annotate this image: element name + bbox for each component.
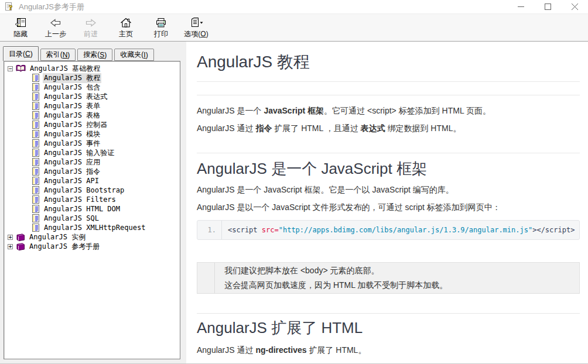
page-icon [32,195,40,204]
back-button-label: 上一步 [45,29,66,39]
tree-item-label[interactable]: AngularJS 表达式 [43,92,108,102]
svg-text:?: ? [9,3,13,12]
page-icon [32,121,40,129]
forward-icon [84,16,97,29]
tree-item[interactable]: AngularJS XMLHttpRequest [5,223,179,232]
tab-search[interactable]: 搜索(S) [77,49,112,61]
tree-item[interactable]: AngularJS 控制器 [5,120,179,129]
nav-tabs: 目录(C) 索引(N) 搜索(S) 收藏夹(I) [3,46,156,61]
tree-item[interactable]: AngularJS 事件 [5,139,179,148]
page-title: AngularJS 教程 [197,52,580,71]
code-line-number: 1. [197,221,222,239]
divider [197,81,580,82]
options-icon [189,16,204,29]
window-title: AngularJS参考手册 [19,2,507,12]
tree-item[interactable]: AngularJS 指令 [5,167,179,176]
close-button[interactable] [561,0,588,13]
home-icon [119,16,132,29]
tree-item[interactable]: AngularJS API [5,176,179,186]
page-icon [32,224,40,232]
hide-button[interactable]: 隐藏 [4,15,37,40]
tree-item[interactable]: AngularJS 教程 [5,73,179,83]
tab-favorites[interactable]: 收藏夹(I) [114,49,153,61]
tree-item-label[interactable]: AngularJS 表单 [43,101,101,111]
tree-item-label[interactable]: AngularJS SQL [43,214,100,222]
print-button[interactable]: 打印 [144,15,178,40]
expand-icon[interactable]: + [8,244,13,249]
code-line: <script src="http://apps.bdimg.com/libs/… [222,221,579,239]
note-gutter [197,263,215,293]
tree-item[interactable]: AngularJS Bootstrap [5,186,179,195]
tree-item[interactable]: +AngularJS 参考手册 [5,242,179,251]
tree-item[interactable]: AngularJS 输入验证 [5,148,179,157]
book-closed-icon [16,243,25,250]
tree-item-label[interactable]: AngularJS API [43,177,100,185]
tree-item-label[interactable]: AngularJS HTML DOM [43,205,121,213]
tree-item-label[interactable]: AngularJS 指令 [43,167,101,177]
title-bar: ? AngularJS参考手册 [0,0,588,14]
divider [197,153,580,153]
tree-item[interactable]: AngularJS SQL [5,214,179,223]
tree-item-label[interactable]: AngularJS 控制器 [43,120,108,130]
options-button[interactable]: 选项(O) [179,15,213,40]
topic-pane: AngularJS 教程 AngularJS 是一个 JavaScript 框架… [186,42,588,363]
forward-button[interactable]: 前进 [74,15,108,40]
tree-item-label[interactable]: AngularJS 表格 [43,111,101,121]
tree-item[interactable]: AngularJS 应用 [5,157,179,167]
tree-item[interactable]: AngularJS 表达式 [5,92,179,101]
tree-item-label[interactable]: AngularJS 事件 [43,139,101,149]
page-icon [32,158,40,167]
note-text: 我们建议把脚本放在 <body> 元素的底部。这会提高网页加载速度，因为 HTM… [215,263,457,293]
tree-item[interactable]: AngularJS 模块 [5,129,179,139]
print-icon [155,16,167,29]
expand-icon[interactable]: + [8,235,13,240]
tree-item-label[interactable]: AngularJS 模块 [43,129,101,139]
tab-contents[interactable]: 目录(C) [3,46,39,61]
tree-item-label[interactable]: AngularJS Bootstrap [43,186,125,194]
tab-index[interactable]: 索引(N) [40,49,76,61]
framework-paragraph: AngularJS 是以一个 JavaScript 文件形式发布的，可通过 sc… [197,199,580,215]
tree-item-label[interactable]: AngularJS 输入验证 [43,148,115,158]
tree-item-label[interactable]: AngularJS Filters [43,195,117,204]
navigation-pane: 目录(C) 索引(N) 搜索(S) 收藏夹(I) −AngularJS 基础教程… [0,42,186,363]
book-open-icon [16,64,26,73]
tree-item[interactable]: AngularJS HTML DOM [5,204,179,214]
page-icon [32,214,40,223]
back-icon [49,16,62,29]
maximize-button[interactable] [534,0,561,13]
tree-item[interactable]: AngularJS 表格 [5,111,179,120]
page-icon [32,139,40,148]
tree-item-label[interactable]: AngularJS XMLHttpRequest [43,224,146,232]
page-icon [32,205,40,214]
tree-item-label[interactable]: AngularJS 参考手册 [28,242,101,252]
divider [197,95,580,95]
extend-paragraph: ng-app 指令定义一个 AngularJS 应用程序 [197,359,580,363]
hide-button-label: 隐藏 [13,29,28,39]
tree-item[interactable]: AngularJS 包含 [5,83,179,92]
page-icon [32,83,40,92]
tree-item-label[interactable]: AngularJS 包含 [43,83,101,92]
tree-item-label[interactable]: AngularJS 基础教程 [29,64,101,74]
page-icon [32,177,40,186]
note-block: 我们建议把脚本放在 <body> 元素的底部。这会提高网页加载速度，因为 HTM… [197,262,580,294]
options-button-label: 选项(O) [184,29,208,39]
home-button[interactable]: 主页 [109,15,143,40]
tree-item[interactable]: AngularJS Filters [5,195,179,204]
tree-item-label[interactable]: AngularJS 教程 [43,73,101,83]
intro-paragraph: AngularJS 通过 指令 扩展了 HTML ，且通过 表达式 绑定数据到 … [197,120,580,136]
tree-item[interactable]: +AngularJS 实例 [5,232,179,242]
minimize-button[interactable] [507,0,534,13]
divider [197,313,580,314]
book-closed-icon [16,233,25,241]
tree-item-label[interactable]: AngularJS 应用 [43,157,101,167]
back-button[interactable]: 上一步 [39,15,73,40]
tree-item-label[interactable]: AngularJS 实例 [28,232,87,242]
tree-item[interactable]: −AngularJS 基础教程 [5,64,179,73]
code-block: 1. <script src="http://apps.bdimg.com/li… [197,220,580,240]
page-icon [32,149,40,157]
print-button-label: 打印 [154,29,168,39]
collapse-icon[interactable]: − [8,66,13,71]
tree-item[interactable]: AngularJS 表单 [5,101,179,111]
contents-tree: −AngularJS 基础教程AngularJS 教程AngularJS 包含A… [4,61,180,359]
page-icon [32,167,40,176]
